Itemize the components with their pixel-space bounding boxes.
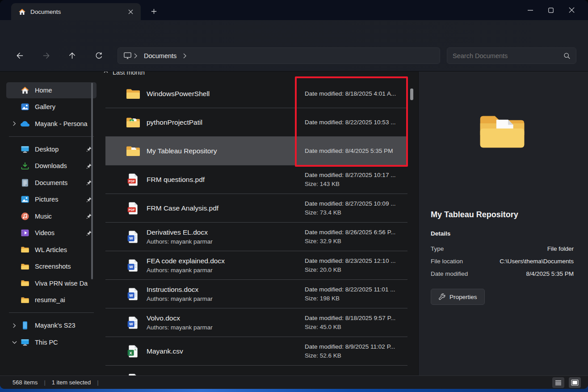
sidebar-item-onedrive[interactable]: Mayank - Persona — [6, 116, 97, 132]
sidebar-item-videos[interactable]: Videos — [6, 225, 97, 241]
refresh-button[interactable] — [90, 47, 107, 63]
file-size: Size: 20.0 KB — [305, 266, 395, 273]
sidebar-item-gallery[interactable]: Gallery — [6, 99, 97, 115]
search-icon[interactable] — [563, 52, 571, 59]
file-row[interactable]: W FEA code explained.docx Authors: mayan… — [105, 251, 407, 280]
chevron-right-icon[interactable] — [10, 121, 19, 126]
details-value: File folder — [547, 245, 574, 252]
forward-button[interactable] — [38, 47, 55, 63]
file-authors: Authors: mayank parmar — [147, 324, 213, 331]
file-row[interactable]: PDF FRM Case Analysis.pdf Date modified:… — [105, 194, 407, 223]
sidebar-label: Mayank - Persona — [35, 120, 93, 127]
folder-python-icon — [125, 116, 141, 129]
breadcrumb[interactable]: Documents — [118, 47, 440, 64]
file-row[interactable]: pythonProjectPatil Date modified: 8/22/2… — [105, 108, 407, 137]
chevron-right-icon[interactable] — [183, 53, 187, 59]
file-name: Volvo.docx — [147, 314, 213, 322]
sidebar-item-pictures[interactable]: Pictures — [6, 191, 97, 207]
sidebar-item-desktop[interactable]: Desktop — [6, 141, 97, 157]
file-name: FEA code explained.docx — [147, 257, 225, 265]
downloads-icon — [20, 161, 30, 170]
sidebar-label: Pictures — [35, 196, 85, 203]
sidebar-item-home[interactable]: Home — [6, 82, 97, 98]
properties-button-label: Properties — [449, 294, 477, 300]
back-button[interactable] — [11, 47, 28, 63]
this-pc-icon[interactable] — [123, 51, 132, 60]
file-row[interactable]: W Derivatives EL.docx Authors: mayank pa… — [105, 223, 407, 251]
up-button[interactable] — [63, 47, 80, 63]
file-date-modified: Date modified: 8/26/2025 6:56 P... — [305, 229, 395, 236]
chevron-up-icon[interactable] — [104, 72, 108, 73]
file-date-modified: Date modified: 8/27/2025 10:17 ... — [305, 172, 395, 178]
sidebar-item-phone[interactable]: Mayank's S23 — [6, 317, 97, 333]
sidebar-item-this-pc[interactable]: This PC — [6, 334, 97, 350]
navigation-pane: Home Gallery — [0, 72, 103, 375]
svg-text:W: W — [129, 236, 133, 240]
folder-icon — [20, 246, 30, 253]
file-list-scrollbar[interactable] — [410, 89, 413, 100]
breadcrumb-item-documents[interactable]: Documents — [139, 52, 181, 59]
details-row-date-modified: Date modified 8/4/2025 5:35 PM — [431, 270, 574, 277]
search-input[interactable] — [453, 52, 563, 59]
sidebar-item-viva-prn[interactable]: Viva PRN wise Da — [6, 275, 97, 291]
file-date-modified: Date modified: 8/18/2025 9:57 P... — [305, 315, 395, 321]
tab-title: Documents — [30, 8, 125, 15]
status-separator: | — [97, 379, 98, 386]
chevron-right-icon[interactable] — [10, 323, 19, 328]
explorer-tab[interactable]: Documents — [11, 3, 141, 20]
large-icons-view-button[interactable] — [569, 377, 581, 388]
status-separator: | — [44, 379, 45, 386]
details-view-button[interactable] — [552, 377, 564, 388]
file-row[interactable]: W Volvo.docx Authors: mayank parmar Date… — [105, 308, 407, 337]
sidebar-item-music[interactable]: Music — [6, 208, 97, 224]
file-authors: Authors: mayank parmar — [147, 238, 213, 245]
sidebar-scrollbar[interactable] — [91, 83, 93, 279]
file-explorer-window: Documents — [0, 0, 588, 389]
sidebar-item-wl-articles[interactable]: WL Articles — [6, 242, 97, 258]
svg-text:X: X — [130, 350, 132, 355]
file-row[interactable]: W Instructions.docx Authors: mayank parm… — [105, 280, 407, 308]
sidebar-item-downloads[interactable]: Downloads — [6, 158, 97, 174]
file-name: FRM questions.pdf — [147, 176, 205, 184]
documents-icon — [20, 178, 30, 187]
search-box[interactable] — [447, 47, 576, 64]
details-row-file-location: File location C:\Users\thema\Documents — [431, 258, 574, 265]
details-heading: Details — [431, 230, 450, 237]
title-bar: Documents — [0, 0, 588, 20]
file-name: My Tableau Repository — [147, 147, 217, 155]
new-tab-button[interactable] — [147, 5, 160, 17]
details-title: My Tableau Repository — [431, 210, 518, 219]
properties-button[interactable]: Properties — [431, 289, 485, 305]
file-row[interactable]: a, X Mayank.csv Date modified: 8/9/2025 … — [105, 337, 407, 366]
tab-close-icon[interactable] — [125, 6, 136, 17]
items-count: 568 items — [13, 379, 38, 386]
file-row[interactable]: W FEA Mayank Report.docx Date modified: … — [105, 366, 407, 375]
file-name: Derivatives EL.docx — [147, 228, 213, 236]
sidebar-item-documents[interactable]: Documents — [6, 175, 97, 191]
sidebar-item-screenshots[interactable]: Screenshots — [6, 258, 97, 274]
group-header-last-month[interactable]: Last month — [104, 72, 145, 80]
file-authors: Authors: mayank parmar — [147, 295, 213, 302]
folder-documents-icon — [125, 145, 141, 157]
minimize-button[interactable] — [520, 0, 541, 20]
details-value: 8/4/2025 5:35 PM — [526, 270, 574, 277]
chevron-down-icon[interactable] — [10, 341, 19, 344]
pdf-file-icon: PDF — [125, 202, 141, 215]
sidebar-divider — [9, 136, 94, 137]
svg-text:a,: a, — [134, 348, 137, 350]
desktop-icon — [20, 145, 30, 154]
sidebar-item-resume-ai[interactable]: resume_ai — [6, 292, 97, 308]
navigation-toolbar-area: Documents New — [0, 20, 588, 72]
file-date-modified: Date modified: 8/27/2025 10:09 ... — [305, 200, 395, 207]
close-button[interactable] — [561, 0, 582, 20]
file-row[interactable]: PDF FRM questions.pdf Date modified: 8/2… — [105, 165, 407, 194]
sidebar-label: Desktop — [35, 146, 85, 153]
file-row-selected[interactable]: My Tableau Repository Date modified: 8/4… — [105, 137, 407, 165]
sidebar-label: This PC — [35, 339, 93, 346]
file-name: Mayank.csv — [147, 347, 183, 355]
file-row[interactable]: WindowsPowerShell Date modified: 8/18/20… — [105, 80, 407, 108]
file-list: WindowsPowerShell Date modified: 8/18/20… — [103, 80, 418, 375]
file-date-modified: Date modified: 8/23/2025 12:10 ... — [305, 257, 395, 264]
maximize-button[interactable] — [541, 0, 561, 20]
sidebar-label: Videos — [35, 229, 85, 236]
